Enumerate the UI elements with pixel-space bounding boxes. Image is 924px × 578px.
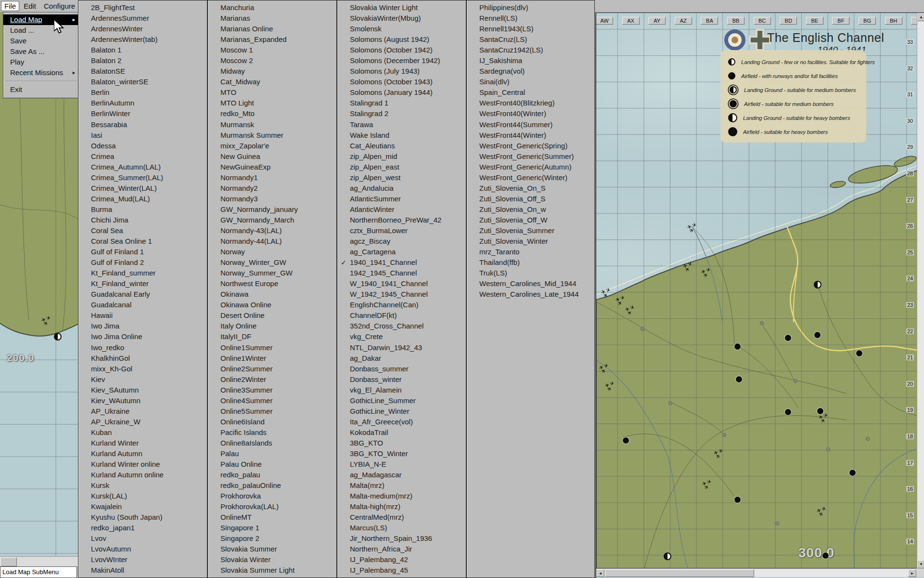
map-menu-item[interactable]: Online8aIslands [208,438,336,448]
map-menu-item[interactable]: Crimea_Winter(LAL) [78,183,207,194]
map-menu-item[interactable]: Norway [208,247,336,257]
map-menu-item[interactable]: Iwo Jima [78,321,207,331]
map-menu-item[interactable]: ChannelDF(kt) [337,310,466,321]
map-menu-item[interactable]: Crimea_Autumn(LAL) [78,162,207,172]
map-menu-item[interactable]: Kwajalein [78,501,207,512]
map-menu-item[interactable]: Truk(LS) [467,268,594,278]
map-menu-item[interactable]: IJ_Sakishima [467,55,594,66]
map-menu-item[interactable]: Murmansk Summer [208,130,336,141]
map-menu-item[interactable]: WestFront40(Blitzkrieg) [467,98,594,108]
map-menu-item[interactable]: vkg_El_Alamein [337,385,466,395]
map-menu-item[interactable]: Coral Sea [78,225,207,236]
map-menu-item[interactable]: AtlanticSummer [337,194,466,204]
map-menu-item[interactable]: Malta-medium(mrz) [337,491,466,501]
scroll-right-button[interactable]: ► [908,569,916,577]
map-menu-item[interactable]: ag_Dakar [337,353,466,364]
map-menu-item[interactable]: Prokhorovka(LAL) [208,501,336,512]
map-menu-item[interactable]: Online2Winter [208,374,336,385]
map-menu-item[interactable]: redko_japan1 [78,523,207,533]
map-menu-item[interactable]: Balaton_winterSE [78,77,207,87]
map-menu-item[interactable]: zip_Alpen_west [337,172,466,183]
map-menu-item[interactable]: Spain_Central [467,87,594,98]
map-menu-item[interactable]: NorthernBorneo_PreWar_42 [337,215,466,225]
map-menu-item[interactable]: Gulf of Finland 1 [78,247,207,257]
map-menu-item[interactable]: Ita_Afr_Greece(vol) [337,417,466,427]
file-menu-item-load-map[interactable]: Load Map► [3,14,79,25]
map-menu-item[interactable]: Donbass_winter [337,374,466,385]
map-menu-item[interactable]: Crimea_Summer(LAL) [78,172,207,183]
map-menu-item[interactable]: BalatonSE [78,66,207,77]
map-menu-item[interactable]: EnglishChannel(Can) [337,300,466,310]
map-menu-item[interactable]: IJ_Palembang_42 [337,554,466,565]
map-menu-item[interactable]: Donbass_summer [337,364,466,374]
map-menu-item[interactable]: Norway_Winter_GW [208,257,336,268]
map-menu-item[interactable]: Philippines(dlv) [467,2,594,13]
map-menu-item[interactable]: Normandy-43(LAL) [208,225,336,236]
map-menu-item[interactable]: Zuti_Slovenia_Summer [467,225,594,236]
map-menu-item[interactable]: OnlineMT [208,512,336,523]
map-menu-item[interactable]: WestFront44(Winter) [467,130,594,141]
map-menu-item[interactable]: mixx_Zapolar'e [208,141,336,151]
map-menu-item[interactable]: Solomons (October 1942) [337,45,466,55]
map-menu-item[interactable]: New Guinea [208,151,336,162]
map-menu-item[interactable]: Manchuria [208,2,336,13]
map-menu-item[interactable]: LvovWInter [78,554,207,565]
map-menu-item[interactable]: AP_Ukraine_W [78,417,207,427]
map-menu-item[interactable]: Singapore 1 [208,523,336,533]
map-menu-item[interactable]: Malta(mrz) [337,480,466,491]
map-menu-item[interactable]: Prokhorovka [208,491,336,501]
scroll-down-button[interactable]: ▼ [917,560,924,568]
map-menu-item[interactable]: Slovakia Winter Light [337,2,466,13]
map-menu-item[interactable]: Murmansk [208,119,336,130]
map-menu-item[interactable]: Marianas_Expanded [208,34,336,45]
map-menu-item[interactable]: redko_Mto [208,108,336,119]
map-menu-item[interactable]: SantaCruz(LS) [467,34,594,45]
map-menu-item[interactable]: Crimea_Mud(LAL) [78,194,207,204]
map-menu-item[interactable]: CentralMed(mrz) [337,512,466,523]
map-menu-item[interactable]: Zuti_Slovenia_On_S [467,183,594,194]
map-menu-item[interactable]: Online5Summer [208,406,336,417]
map-menu-item[interactable]: Palau Online [208,459,336,470]
map-menu-item[interactable]: GW_Normandy_january [208,204,336,215]
map-menu-item[interactable]: W_1942_1945_Channel [337,289,466,300]
map-menu-item[interactable]: Kurland Winter [78,438,207,448]
map-menu-item[interactable]: Iasi [78,130,207,141]
map-menu-item[interactable]: Berlin [78,87,207,98]
map-menu-item[interactable]: Hawaii [78,310,207,321]
map-menu-item[interactable]: Jir_Northern_Spain_1936 [337,533,466,544]
map-menu-item[interactable]: Online6Island [208,417,336,427]
scrollbar-thumb[interactable] [0,557,17,566]
map-menu-item[interactable]: Slovakia Summer Light [208,565,336,576]
map-menu-item[interactable]: Sinai(dlv) [467,77,594,87]
map-menu-item[interactable]: Balaton 2 [78,55,207,66]
map-menu-item[interactable]: GothicLine_Winter [337,406,466,417]
map-menu-item[interactable]: Bessarabia [78,119,207,130]
map-menu-item[interactable]: Balaton 1 [78,45,207,55]
map-menu-item[interactable]: Online2Summer [208,364,336,374]
map-menu-item[interactable]: Rennell(LS) [467,13,594,24]
map-menu-item[interactable]: Online1Winter [208,353,336,364]
scroll-left-button[interactable]: ◄ [596,569,604,577]
file-menu-item-save[interactable]: Save [3,36,79,46]
map-menu-item[interactable]: Normandy1 [208,172,336,183]
map-menu-item[interactable]: SantaCruz1942(LS) [467,45,594,55]
map-menu-item[interactable]: LYBIA_N-E [337,459,466,470]
map-menu-item[interactable]: Slovakia Winter [208,554,336,565]
map-menu-item[interactable]: Midway [208,66,336,77]
map-menu-item[interactable]: Cat_Midway [208,77,336,87]
map-menu-item[interactable]: Okinawa [208,289,336,300]
file-menu-item-save-as-[interactable]: Save As ... [3,46,79,57]
map-menu-item[interactable]: Rennell1943(LS) [467,24,594,34]
map-menu-item[interactable]: Italy Online [208,321,336,331]
map-menu-item[interactable]: Solomons (January 1944) [337,87,466,98]
map-menu-item[interactable]: mrz_Taranto [467,247,594,257]
map-menu-item[interactable]: Lvov [78,533,207,544]
map-vertical-scrollbar[interactable]: ▲ ▼ [917,13,924,568]
map-menu-item[interactable]: Slovakia Summer [208,544,336,554]
map-menu-item[interactable]: redko_palau [208,470,336,480]
map-menu-item[interactable]: Stalingrad 2 [337,108,466,119]
map-menu-item[interactable]: Solomons (October 1943) [337,77,466,87]
file-menu-item-recent-missions[interactable]: Recent Missions► [3,67,79,78]
map-menu-item[interactable]: Stalingrad 1 [337,98,466,108]
map-menu-item[interactable]: Kt_Finland_summer [78,268,207,278]
